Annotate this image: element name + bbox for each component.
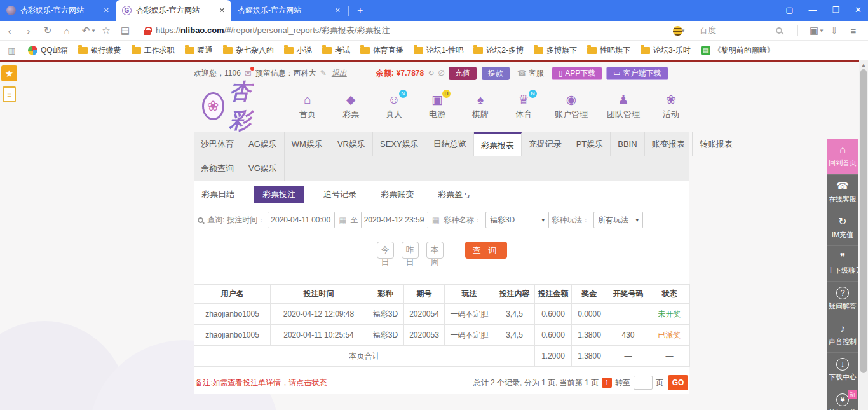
bookmark-folder[interactable]: 暖通 xyxy=(180,45,218,56)
nav-item-sports[interactable]: ♛体育N xyxy=(505,92,542,120)
browser-favorites-panel-icon[interactable]: ★ xyxy=(1,65,17,81)
menu-icon[interactable]: ≡ xyxy=(844,25,863,36)
bookmark-folder[interactable]: 银行缴费 xyxy=(73,45,126,56)
calendar-icon[interactable]: ▦ xyxy=(432,215,440,225)
side-sound-control[interactable]: ♪ 声音控制 xyxy=(827,317,858,352)
brand-logo-icon[interactable]: ❀ xyxy=(202,92,224,120)
nav-item-team[interactable]: ♟团队管理 xyxy=(600,92,646,120)
tab-vg[interactable]: VG娱乐 xyxy=(241,156,285,181)
browser-tab-2-active[interactable]: G 杏彩娱乐-官方网站 ✕ xyxy=(116,0,231,21)
window-close-icon[interactable]: ✕ xyxy=(855,5,862,15)
date-from-input[interactable] xyxy=(268,212,335,228)
bookmark-folder[interactable]: 考试 xyxy=(317,45,355,56)
tab-vr[interactable]: VR娱乐 xyxy=(330,132,373,156)
browser-tab-1[interactable]: 杏彩娱乐-官方网站 ✕ xyxy=(0,0,116,21)
tab-lottery-report-active[interactable]: 彩票报表 xyxy=(474,132,522,156)
yesterday-button[interactable]: 昨日 xyxy=(402,242,419,259)
cell-status-link[interactable]: 未开奖 xyxy=(649,304,690,325)
app-download-button[interactable]: ▯APP下载 xyxy=(552,67,603,80)
bookmark-folder[interactable]: 性吧旗下 xyxy=(582,45,635,56)
tab-shaba-sports[interactable]: 沙巴体育 xyxy=(194,132,241,156)
bookmark-folder[interactable]: 多博旗下 xyxy=(529,45,582,56)
side-im-recharge[interactable]: ↻ IM充值 xyxy=(827,210,858,245)
page-jump-input[interactable] xyxy=(634,376,653,390)
scrollbar-thumb[interactable] xyxy=(860,69,867,373)
search-box[interactable]: 百度 xyxy=(700,25,776,36)
tab-sexy[interactable]: SEXY娱乐 xyxy=(373,132,426,156)
tab-close-icon[interactable]: ✕ xyxy=(335,6,341,15)
tab-close-icon[interactable]: ✕ xyxy=(104,6,109,15)
current-page-badge[interactable]: 1 xyxy=(602,378,612,388)
download-icon[interactable]: ⇩ xyxy=(825,25,844,36)
bookmark-folder[interactable]: 论坛2-多博 xyxy=(468,45,529,56)
withdraw-button[interactable]: 提款 xyxy=(482,67,510,80)
edit-icon[interactable]: ✎ xyxy=(320,69,327,78)
browser-notes-panel-icon[interactable]: ≡ xyxy=(3,86,16,102)
hide-balance-icon[interactable]: ∅ xyxy=(438,69,444,78)
window-maximize-icon[interactable]: ❐ xyxy=(832,5,839,15)
browser-tab-3[interactable]: 杏耀娱乐-官方网站 ✕ xyxy=(231,0,347,21)
page-scrollbar[interactable]: ▲ xyxy=(859,60,868,410)
tab-account-change[interactable]: 账变报表 xyxy=(645,132,693,156)
tab-bbin[interactable]: BBIN xyxy=(611,132,644,156)
side-chat[interactable]: ❞ 上下级聊天 xyxy=(827,245,858,281)
favorite-star-icon[interactable]: ☆ xyxy=(97,25,116,36)
scroll-up-arrow[interactable]: ▲ xyxy=(861,62,866,68)
multi-window-caret-icon[interactable]: ▾ xyxy=(818,27,825,34)
side-online-service[interactable]: ☎ 在线客服 xyxy=(827,174,858,210)
tab-wm[interactable]: WM娱乐 xyxy=(285,132,330,156)
window-layout-icon[interactable]: ▢ xyxy=(785,5,793,15)
subtab-chase-records[interactable]: 追号记录 xyxy=(318,186,362,203)
home-icon[interactable]: ⌂ xyxy=(57,25,76,36)
bookmark-folder[interactable]: 论坛3-乐时 xyxy=(635,45,696,56)
date-to-input[interactable] xyxy=(361,212,428,228)
side-download-center[interactable]: ↓ 下载中心 xyxy=(827,352,858,388)
subtab-lottery-account-change[interactable]: 彩票账变 xyxy=(376,186,419,203)
bookmark-folder[interactable]: 体育直播 xyxy=(355,45,409,56)
refresh-balance-icon[interactable]: ↻ xyxy=(428,69,434,78)
search-icon[interactable] xyxy=(776,27,782,34)
new-tab-button[interactable]: ＋ xyxy=(355,4,365,17)
subtab-lottery-profit[interactable]: 彩票盈亏 xyxy=(433,186,476,203)
calendar-icon[interactable]: ▦ xyxy=(339,215,346,225)
play-type-select[interactable]: 所有玩法▾ xyxy=(593,212,643,228)
refresh-icon[interactable]: ↻ xyxy=(38,25,57,36)
this-week-button[interactable]: 本周 xyxy=(426,242,444,259)
undo-caret-icon[interactable]: ▾ xyxy=(90,27,97,34)
back-icon[interactable]: ‹ xyxy=(0,25,19,36)
window-minimize-icon[interactable]: — xyxy=(808,5,817,15)
notes-icon[interactable]: ▤ xyxy=(116,25,135,36)
bookmark-folder[interactable]: 论坛1-性吧 xyxy=(409,45,469,56)
forward-icon[interactable]: › xyxy=(19,25,38,36)
tab-close-icon[interactable]: ✕ xyxy=(219,6,225,15)
side-hangup-download[interactable]: ¥ 挂机下载 新 xyxy=(827,388,858,410)
go-button[interactable]: GO xyxy=(668,375,688,390)
nav-item-home[interactable]: ⌂首页 xyxy=(289,92,326,120)
sidebar-toggle-icon[interactable]: ▥ xyxy=(4,46,20,55)
client-download-button[interactable]: ▭客户端下载 xyxy=(606,67,668,80)
bookmark-folder[interactable]: 小说 xyxy=(279,45,317,56)
side-back-to-home[interactable]: ⌂ 回到首页 xyxy=(827,139,858,174)
query-submit-button[interactable]: 查 询 xyxy=(465,242,507,259)
bookmark-folder[interactable]: 杂七杂八的 xyxy=(218,45,279,56)
nav-item-egame[interactable]: ▣电游H xyxy=(419,92,456,120)
customer-service-link[interactable]: ☎客服 xyxy=(517,68,544,79)
address-bar[interactable]: https://nlibao.com/#/report/personal_rep… xyxy=(156,25,673,36)
tab-daily-summary[interactable]: 日结总览 xyxy=(426,132,474,156)
nav-item-activity[interactable]: ❀活动 xyxy=(653,92,689,120)
tab-ag[interactable]: AG娱乐 xyxy=(241,132,285,156)
nav-item-account[interactable]: ◉账户管理 xyxy=(548,92,594,120)
side-faq[interactable]: ? 疑问解答 xyxy=(827,281,858,317)
tab-transfer-report[interactable]: 转账报表 xyxy=(693,132,740,156)
today-button[interactable]: 今日 xyxy=(377,242,394,259)
cell-status-link[interactable]: 已派奖 xyxy=(649,325,690,346)
tab-pt[interactable]: PT娱乐 xyxy=(569,132,611,156)
tab-deposit-withdraw[interactable]: 充提记录 xyxy=(522,132,569,156)
nav-item-lottery[interactable]: ◆彩票 xyxy=(332,92,369,120)
logout-link[interactable]: 退出 xyxy=(332,68,347,79)
nav-item-chess[interactable]: ♠棋牌 xyxy=(462,92,499,120)
bookmark-folder[interactable]: 工作求职 xyxy=(126,45,180,56)
nav-item-live[interactable]: ☺真人N xyxy=(376,92,412,120)
recharge-button[interactable]: 充值 xyxy=(449,67,477,80)
subtab-lottery-daily[interactable]: 彩票日结 xyxy=(196,186,240,203)
